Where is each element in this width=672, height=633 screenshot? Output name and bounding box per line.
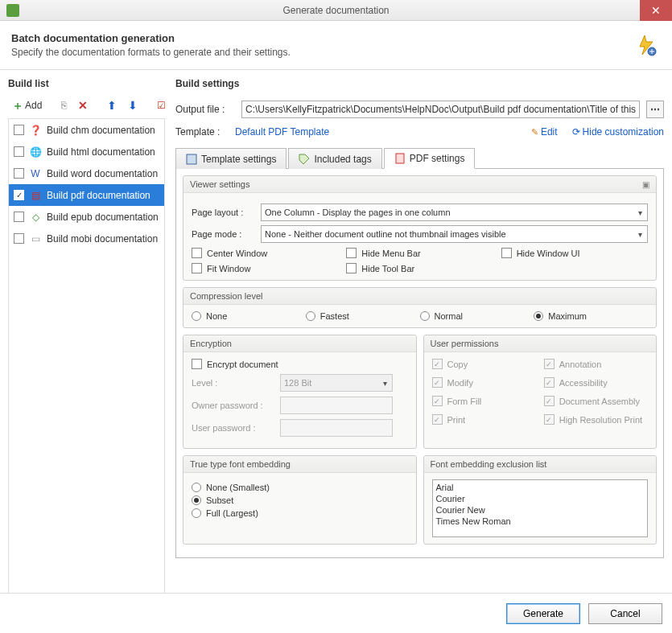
encryption-group: Encryption Encrypt document Level :128 B… <box>183 335 417 449</box>
build-item-checkbox[interactable] <box>14 125 24 135</box>
encrypt-document-checkbox[interactable]: Encrypt document <box>192 359 408 369</box>
titlebar: Generate documentation ✕ <box>0 0 672 21</box>
build-item-label: Build epub documentation <box>47 212 159 223</box>
perm-annotation-checkbox: ✓Annotation <box>544 359 648 369</box>
compression-none-radio[interactable]: None <box>192 311 306 321</box>
build-item-label: Build mobi documentation <box>47 233 158 245</box>
font-list-item[interactable]: Arial <box>436 482 645 493</box>
owner-password-input <box>280 397 393 414</box>
hide-customization-link[interactable]: ⟳Hide customization <box>572 126 664 138</box>
hide-window-ui-checkbox[interactable]: Hide Window UI <box>501 248 648 258</box>
build-list-title: Build list <box>8 70 165 94</box>
build-list-item[interactable]: ✓▤Build pdf documentation <box>9 184 164 206</box>
font-exclusion-group: Font embedding exclusion list ArialCouri… <box>423 455 658 545</box>
edit-link[interactable]: ✎Edit <box>531 126 558 138</box>
font-embed-none-radio[interactable]: None (Smallest) <box>192 483 408 492</box>
plus-icon: ＋ <box>12 100 23 111</box>
build-list-item[interactable]: ◇Build epub documentation <box>9 206 164 228</box>
build-item-icon: W <box>29 167 42 180</box>
perm-highres-checkbox: ✓High Resolution Print <box>544 414 648 425</box>
refresh-icon: ⟳ <box>572 126 580 138</box>
build-item-label: Build word documentation <box>47 168 158 179</box>
tab-template-settings[interactable]: Template settings <box>175 148 287 169</box>
perm-print-checkbox: ✓Print <box>432 414 536 425</box>
build-list: ❓Build chm documentation🌐Build html docu… <box>8 118 165 601</box>
hide-menu-bar-checkbox[interactable]: Hide Menu Bar <box>346 248 493 258</box>
build-item-checkbox[interactable] <box>14 233 24 244</box>
build-item-icon: ◇ <box>29 211 42 224</box>
add-button[interactable]: ＋Add <box>8 97 46 114</box>
page-layout-select[interactable]: One Column - Display the pages in one co… <box>261 203 648 221</box>
output-file-label: Output file : <box>175 104 235 115</box>
font-list-item[interactable]: Courier New <box>436 504 645 516</box>
browse-button[interactable]: ⋯ <box>646 101 664 118</box>
svg-rect-1 <box>187 154 196 164</box>
fit-window-checkbox[interactable]: Fit Window <box>192 263 338 273</box>
compression-maximum-radio[interactable]: Maximum <box>534 311 648 321</box>
perm-docassembly-checkbox: ✓Document Assembly <box>544 396 648 406</box>
add-label: Add <box>25 100 42 111</box>
pdf-icon <box>394 153 406 164</box>
owner-password-label: Owner password : <box>192 401 275 410</box>
delete-button[interactable]: ✕ <box>74 97 92 114</box>
tags-icon <box>299 154 310 165</box>
build-item-icon: 🌐 <box>29 146 42 158</box>
font-embed-title: True type font embedding <box>190 459 291 469</box>
header-title: Batch documentation generation <box>11 32 635 44</box>
window-title: Generate documentation <box>0 5 672 16</box>
compression-group: Compression level None Fastest Normal Ma… <box>183 287 657 328</box>
encryption-title: Encryption <box>190 339 232 348</box>
tab-included-tags[interactable]: Included tags <box>288 148 381 169</box>
center-window-checkbox[interactable]: Center Window <box>192 248 338 258</box>
perm-accessibility-checkbox: ✓Accessibility <box>544 377 648 388</box>
font-embed-full-radio[interactable]: Full (Largest) <box>192 508 408 518</box>
duplicate-icon: ⎘ <box>61 100 67 111</box>
perm-modify-checkbox: ✓Modify <box>432 377 536 388</box>
build-item-label: Build chm documentation <box>47 125 155 136</box>
output-file-input[interactable] <box>241 101 640 118</box>
compression-fastest-radio[interactable]: Fastest <box>306 311 420 321</box>
build-settings-title: Build settings <box>175 70 664 94</box>
build-item-icon: ▤ <box>29 189 42 202</box>
lightning-icon <box>635 34 658 56</box>
duplicate-button[interactable]: ⎘ <box>57 97 71 114</box>
page-mode-label: Page mode : <box>192 229 261 239</box>
font-exclusion-list[interactable]: ArialCourierCourier NewTimes New Roman <box>432 479 649 537</box>
pencil-icon: ✎ <box>531 127 538 137</box>
build-list-item[interactable]: ❓Build chm documentation <box>9 119 164 141</box>
build-item-label: Build html documentation <box>47 146 155 158</box>
viewer-settings-group: Viewer settings▣ Page layout : One Colum… <box>183 175 657 281</box>
font-list-item[interactable]: Courier <box>436 493 645 504</box>
build-list-item[interactable]: ▭Build mobi documentation <box>9 228 164 249</box>
delete-icon: ✕ <box>78 100 88 111</box>
up-arrow-icon: ⬆ <box>107 100 117 111</box>
cancel-button[interactable]: Cancel <box>588 603 662 624</box>
build-item-checkbox[interactable] <box>14 212 24 222</box>
build-list-item[interactable]: WBuild word documentation <box>9 162 164 184</box>
template-icon <box>186 154 197 165</box>
perm-formfill-checkbox: ✓Form Fill <box>432 396 536 406</box>
font-embed-subset-radio[interactable]: Subset <box>192 495 408 505</box>
user-password-label: User password : <box>192 423 275 433</box>
hide-tool-bar-checkbox[interactable]: Hide Tool Bar <box>346 263 493 273</box>
template-link[interactable]: Default PDF Template <box>235 126 329 138</box>
build-item-checkbox[interactable] <box>14 168 24 179</box>
font-exclusion-title: Font embedding exclusion list <box>431 459 547 469</box>
generate-button[interactable]: Generate <box>506 603 580 624</box>
build-list-toolbar: ＋Add ⎘ ✕ ⬆ ⬇ ☑ <box>8 94 165 117</box>
tab-pdf-settings[interactable]: PDF settings <box>384 148 476 169</box>
settings-tabs: Template settings Included tags PDF sett… <box>175 147 664 169</box>
move-up-button[interactable]: ⬆ <box>103 97 121 114</box>
build-item-checkbox[interactable] <box>14 146 24 157</box>
move-down-button[interactable]: ⬇ <box>124 97 142 114</box>
build-list-item[interactable]: 🌐Build html documentation <box>9 141 164 162</box>
footer: Generate Cancel <box>0 593 672 633</box>
collapse-icon[interactable]: ▣ <box>642 180 649 189</box>
svg-rect-2 <box>396 154 404 163</box>
template-label: Template : <box>175 126 235 138</box>
build-item-checkbox[interactable]: ✓ <box>14 190 24 200</box>
check-icon: ☑ <box>157 100 166 111</box>
page-mode-select[interactable]: None - Neither document outline not thum… <box>261 225 648 243</box>
font-list-item[interactable]: Times New Roman <box>436 516 645 527</box>
compression-normal-radio[interactable]: Normal <box>420 311 534 321</box>
